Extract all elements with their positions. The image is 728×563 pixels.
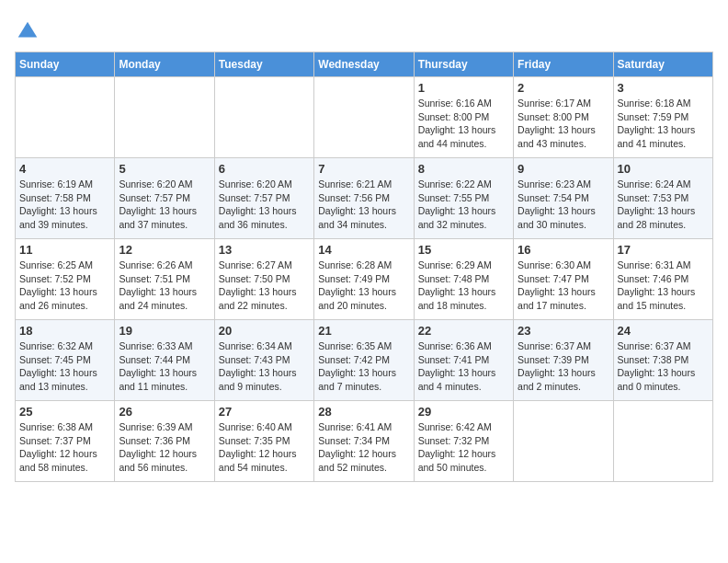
calendar-cell: 19Sunrise: 6:33 AM Sunset: 7:44 PM Dayli… bbox=[115, 320, 214, 401]
weekday-header-sunday: Sunday bbox=[16, 52, 115, 77]
day-info: Sunrise: 6:33 AM Sunset: 7:44 PM Dayligh… bbox=[119, 339, 210, 394]
day-number: 1 bbox=[418, 81, 509, 95]
day-info: Sunrise: 6:22 AM Sunset: 7:55 PM Dayligh… bbox=[418, 178, 509, 232]
day-info: Sunrise: 6:16 AM Sunset: 8:00 PM Dayligh… bbox=[418, 97, 509, 151]
day-info: Sunrise: 6:30 AM Sunset: 7:47 PM Dayligh… bbox=[518, 259, 609, 313]
header bbox=[15, 15, 713, 44]
logo bbox=[15, 18, 42, 44]
day-info: Sunrise: 6:32 AM Sunset: 7:45 PM Dayligh… bbox=[19, 339, 110, 394]
weekday-header-tuesday: Tuesday bbox=[214, 52, 313, 77]
logo-icon bbox=[15, 18, 40, 44]
day-number: 10 bbox=[618, 162, 709, 176]
day-info: Sunrise: 6:28 AM Sunset: 7:49 PM Dayligh… bbox=[318, 259, 409, 313]
weekday-header-row: SundayMondayTuesdayWednesdayThursdayFrid… bbox=[16, 52, 713, 77]
day-number: 3 bbox=[618, 81, 709, 95]
week-row-4: 25Sunrise: 6:38 AM Sunset: 7:37 PM Dayli… bbox=[16, 401, 713, 482]
day-number: 11 bbox=[19, 243, 110, 257]
calendar-cell: 7Sunrise: 6:21 AM Sunset: 7:56 PM Daylig… bbox=[314, 158, 414, 239]
day-info: Sunrise: 6:20 AM Sunset: 7:57 PM Dayligh… bbox=[219, 178, 310, 232]
calendar-cell: 17Sunrise: 6:31 AM Sunset: 7:46 PM Dayli… bbox=[613, 239, 712, 320]
weekday-header-monday: Monday bbox=[115, 52, 214, 77]
calendar-cell bbox=[514, 401, 613, 482]
calendar-cell: 20Sunrise: 6:34 AM Sunset: 7:43 PM Dayli… bbox=[214, 320, 313, 401]
day-number: 20 bbox=[219, 324, 310, 338]
calendar-cell: 8Sunrise: 6:22 AM Sunset: 7:55 PM Daylig… bbox=[414, 158, 513, 239]
day-info: Sunrise: 6:18 AM Sunset: 7:59 PM Dayligh… bbox=[618, 97, 709, 151]
svg-marker-0 bbox=[18, 22, 38, 38]
day-number: 23 bbox=[518, 324, 609, 338]
calendar-cell: 26Sunrise: 6:39 AM Sunset: 7:36 PM Dayli… bbox=[115, 401, 214, 482]
calendar-cell: 16Sunrise: 6:30 AM Sunset: 7:47 PM Dayli… bbox=[514, 239, 613, 320]
day-info: Sunrise: 6:27 AM Sunset: 7:50 PM Dayligh… bbox=[219, 259, 310, 313]
day-number: 9 bbox=[518, 162, 609, 176]
day-number: 17 bbox=[618, 243, 709, 257]
calendar-cell: 5Sunrise: 6:20 AM Sunset: 7:57 PM Daylig… bbox=[115, 158, 214, 239]
day-info: Sunrise: 6:39 AM Sunset: 7:36 PM Dayligh… bbox=[119, 420, 210, 475]
day-number: 6 bbox=[219, 162, 310, 176]
calendar-cell: 15Sunrise: 6:29 AM Sunset: 7:48 PM Dayli… bbox=[414, 239, 513, 320]
calendar-cell: 13Sunrise: 6:27 AM Sunset: 7:50 PM Dayli… bbox=[214, 239, 313, 320]
calendar-cell: 28Sunrise: 6:41 AM Sunset: 7:34 PM Dayli… bbox=[314, 401, 414, 482]
week-row-3: 18Sunrise: 6:32 AM Sunset: 7:45 PM Dayli… bbox=[16, 320, 713, 401]
day-info: Sunrise: 6:36 AM Sunset: 7:41 PM Dayligh… bbox=[418, 339, 509, 394]
day-info: Sunrise: 6:34 AM Sunset: 7:43 PM Dayligh… bbox=[219, 339, 310, 394]
day-info: Sunrise: 6:37 AM Sunset: 7:39 PM Dayligh… bbox=[518, 339, 609, 394]
calendar-cell: 10Sunrise: 6:24 AM Sunset: 7:53 PM Dayli… bbox=[613, 158, 712, 239]
calendar-cell: 4Sunrise: 6:19 AM Sunset: 7:58 PM Daylig… bbox=[16, 158, 115, 239]
calendar-cell: 1Sunrise: 6:16 AM Sunset: 8:00 PM Daylig… bbox=[414, 77, 513, 158]
calendar-cell bbox=[214, 77, 313, 158]
calendar-cell: 25Sunrise: 6:38 AM Sunset: 7:37 PM Dayli… bbox=[16, 401, 115, 482]
week-row-0: 1Sunrise: 6:16 AM Sunset: 8:00 PM Daylig… bbox=[16, 77, 713, 158]
calendar-cell bbox=[613, 401, 712, 482]
day-number: 8 bbox=[418, 162, 509, 176]
calendar-cell: 14Sunrise: 6:28 AM Sunset: 7:49 PM Dayli… bbox=[314, 239, 414, 320]
day-info: Sunrise: 6:35 AM Sunset: 7:42 PM Dayligh… bbox=[318, 339, 409, 394]
weekday-header-friday: Friday bbox=[514, 52, 613, 77]
calendar-cell: 23Sunrise: 6:37 AM Sunset: 7:39 PM Dayli… bbox=[514, 320, 613, 401]
calendar-cell: 2Sunrise: 6:17 AM Sunset: 8:00 PM Daylig… bbox=[514, 77, 613, 158]
day-number: 12 bbox=[119, 243, 210, 257]
calendar-cell: 27Sunrise: 6:40 AM Sunset: 7:35 PM Dayli… bbox=[214, 401, 313, 482]
weekday-header-thursday: Thursday bbox=[414, 52, 513, 77]
calendar-cell: 12Sunrise: 6:26 AM Sunset: 7:51 PM Dayli… bbox=[115, 239, 214, 320]
day-number: 27 bbox=[219, 405, 310, 419]
calendar-cell: 29Sunrise: 6:42 AM Sunset: 7:32 PM Dayli… bbox=[414, 401, 513, 482]
day-number: 2 bbox=[518, 81, 609, 95]
day-number: 18 bbox=[19, 324, 110, 338]
week-row-1: 4Sunrise: 6:19 AM Sunset: 7:58 PM Daylig… bbox=[16, 158, 713, 239]
calendar-cell: 9Sunrise: 6:23 AM Sunset: 7:54 PM Daylig… bbox=[514, 158, 613, 239]
day-number: 24 bbox=[618, 324, 709, 338]
day-number: 13 bbox=[219, 243, 310, 257]
day-number: 16 bbox=[518, 243, 609, 257]
day-info: Sunrise: 6:21 AM Sunset: 7:56 PM Dayligh… bbox=[318, 178, 409, 232]
day-number: 4 bbox=[19, 162, 110, 176]
calendar-cell: 22Sunrise: 6:36 AM Sunset: 7:41 PM Dayli… bbox=[414, 320, 513, 401]
weekday-header-saturday: Saturday bbox=[613, 52, 712, 77]
calendar-cell: 24Sunrise: 6:37 AM Sunset: 7:38 PM Dayli… bbox=[613, 320, 712, 401]
weekday-header-wednesday: Wednesday bbox=[314, 52, 414, 77]
day-number: 25 bbox=[19, 405, 110, 419]
day-number: 26 bbox=[119, 405, 210, 419]
day-number: 5 bbox=[119, 162, 210, 176]
week-row-2: 11Sunrise: 6:25 AM Sunset: 7:52 PM Dayli… bbox=[16, 239, 713, 320]
day-number: 21 bbox=[318, 324, 409, 338]
day-info: Sunrise: 6:23 AM Sunset: 7:54 PM Dayligh… bbox=[518, 178, 609, 232]
day-info: Sunrise: 6:24 AM Sunset: 7:53 PM Dayligh… bbox=[618, 178, 709, 232]
day-info: Sunrise: 6:19 AM Sunset: 7:58 PM Dayligh… bbox=[19, 178, 110, 232]
day-info: Sunrise: 6:25 AM Sunset: 7:52 PM Dayligh… bbox=[19, 259, 110, 313]
day-info: Sunrise: 6:38 AM Sunset: 7:37 PM Dayligh… bbox=[19, 420, 110, 475]
day-info: Sunrise: 6:40 AM Sunset: 7:35 PM Dayligh… bbox=[219, 420, 310, 475]
day-number: 15 bbox=[418, 243, 509, 257]
day-info: Sunrise: 6:26 AM Sunset: 7:51 PM Dayligh… bbox=[119, 259, 210, 313]
day-info: Sunrise: 6:41 AM Sunset: 7:34 PM Dayligh… bbox=[318, 420, 409, 475]
day-info: Sunrise: 6:20 AM Sunset: 7:57 PM Dayligh… bbox=[119, 178, 210, 232]
calendar-cell bbox=[16, 77, 115, 158]
calendar-cell: 11Sunrise: 6:25 AM Sunset: 7:52 PM Dayli… bbox=[16, 239, 115, 320]
calendar-cell bbox=[314, 77, 414, 158]
day-info: Sunrise: 6:37 AM Sunset: 7:38 PM Dayligh… bbox=[618, 339, 709, 394]
day-number: 28 bbox=[318, 405, 409, 419]
calendar-cell: 6Sunrise: 6:20 AM Sunset: 7:57 PM Daylig… bbox=[214, 158, 313, 239]
day-info: Sunrise: 6:42 AM Sunset: 7:32 PM Dayligh… bbox=[418, 420, 509, 475]
day-info: Sunrise: 6:17 AM Sunset: 8:00 PM Dayligh… bbox=[518, 97, 609, 151]
day-number: 14 bbox=[318, 243, 409, 257]
